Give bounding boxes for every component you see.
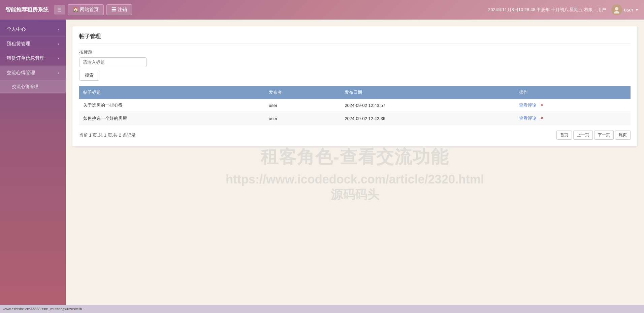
cell-author: user [265, 112, 341, 125]
header: 智能推荐租房系统 ☰ 🏠 网站首页 ☰ 注销 2024年11月8日10:28:4… [0, 0, 644, 20]
chevron-down-icon: › [58, 71, 59, 75]
app-logo: 智能推荐租房系统 [5, 6, 49, 13]
search-button[interactable]: 搜索 [79, 70, 99, 81]
svg-point-1 [614, 11, 619, 13]
first-page-button[interactable]: 首页 [556, 131, 572, 140]
delete-button[interactable]: × [541, 115, 543, 121]
posts-table: 帖子标题 发布者 发布日期 操作 关于选房的一些心得 user 2024-09-… [79, 86, 631, 125]
main-content: SSM在线房东发布房屋租赁平台 租客角色-查看交流功能 https://www.… [66, 20, 644, 305]
posts-management-card: 帖子管理 按标题 搜索 帖子标题 发布者 发布日期 操作 [72, 26, 637, 146]
cell-date: 2024-09-02 12:43:57 [341, 99, 515, 112]
cell-actions: 查看评论 × [515, 99, 631, 112]
delete-button[interactable]: × [541, 102, 543, 108]
watermark-line3: https://www.icodedock.com/article/2320.h… [226, 172, 484, 187]
sidebar: 个人中心 › 预租赁管理 › 租赁订单信息管理 › 交流心得管理 › 交流心得管… [0, 20, 66, 305]
sidebar-item-personal[interactable]: 个人中心 › [0, 22, 66, 37]
watermark-line4: 源码码头 [226, 187, 484, 203]
cell-title: 关于选房的一些心得 [79, 99, 265, 112]
chevron-right-icon: › [58, 28, 59, 31]
sidebar-label-personal: 个人中心 [7, 26, 26, 32]
cell-author: user [265, 99, 341, 112]
home-nav-button[interactable]: 🏠 网站首页 [68, 4, 104, 15]
logout-button[interactable]: ☰ 注销 [106, 4, 132, 15]
cell-title: 如何挑选一个好的房屋 [79, 112, 265, 125]
svg-point-0 [615, 7, 618, 10]
view-comments-link[interactable]: 查看评论 [519, 116, 537, 121]
col-header-date: 发布日期 [341, 86, 515, 99]
pagination-buttons: 首页 上一页 下一页 尾页 [556, 131, 631, 140]
watermark-line2: 租客角色-查看交流功能 [226, 145, 484, 169]
table-row: 如何挑选一个好的房屋 user 2024-09-02 12:42:36 查看评论… [79, 112, 631, 125]
chevron-down-icon: ▼ [635, 8, 639, 12]
search-form: 按标题 搜索 [79, 49, 631, 81]
sidebar-item-rental[interactable]: 预租赁管理 › [0, 37, 66, 51]
sidebar-label-order: 租赁订单信息管理 [7, 55, 44, 61]
col-header-title: 帖子标题 [79, 86, 265, 99]
statusbar: www.csbishe.cn:33333/ssm_mutifangwuzusit… [0, 305, 644, 313]
prev-page-button[interactable]: 上一页 [573, 131, 593, 140]
chevron-right-icon: › [58, 42, 59, 46]
card-title: 帖子管理 [79, 33, 631, 44]
search-input[interactable] [79, 57, 147, 67]
col-header-author: 发布者 [265, 86, 341, 99]
sidebar-sub-label: 交流心得管理 [12, 84, 38, 89]
chevron-right-icon: › [58, 57, 59, 60]
cell-date: 2024-09-02 12:42:36 [341, 112, 515, 125]
main-layout: 个人中心 › 预租赁管理 › 租赁订单信息管理 › 交流心得管理 › 交流心得管… [0, 20, 644, 305]
statusbar-url: www.csbishe.cn:33333/ssm_mutifangwuzusit… [3, 307, 85, 311]
last-page-button[interactable]: 尾页 [615, 131, 631, 140]
user-info[interactable]: user ▼ [611, 4, 639, 15]
username-label: user [624, 7, 633, 12]
next-page-button[interactable]: 下一页 [594, 131, 614, 140]
search-label: 按标题 [79, 49, 631, 55]
avatar [611, 4, 622, 15]
view-comments-link[interactable]: 查看评论 [519, 103, 537, 108]
cell-actions: 查看评论 × [515, 112, 631, 125]
menu-toggle-button[interactable]: ☰ [54, 5, 65, 15]
col-header-action: 操作 [515, 86, 631, 99]
pagination-info: 当前 1 页,总 1 页,共 2 条记录 [79, 132, 136, 138]
table-row: 关于选房的一些心得 user 2024-09-02 12:43:57 查看评论 … [79, 99, 631, 112]
sidebar-sub-item-exchange-manage[interactable]: 交流心得管理 [0, 80, 66, 93]
pagination-bar: 当前 1 页,总 1 页,共 2 条记录 首页 上一页 下一页 尾页 [79, 131, 631, 140]
sidebar-label-rental: 预租赁管理 [7, 41, 30, 47]
datetime-display: 2024年11月8日10:28:48 甲辰年 十月初八 星期五 权限：用户 [488, 7, 606, 13]
sidebar-label-exchange: 交流心得管理 [7, 70, 35, 76]
sidebar-item-order[interactable]: 租赁订单信息管理 › [0, 51, 66, 66]
sidebar-item-exchange[interactable]: 交流心得管理 › [0, 66, 66, 80]
